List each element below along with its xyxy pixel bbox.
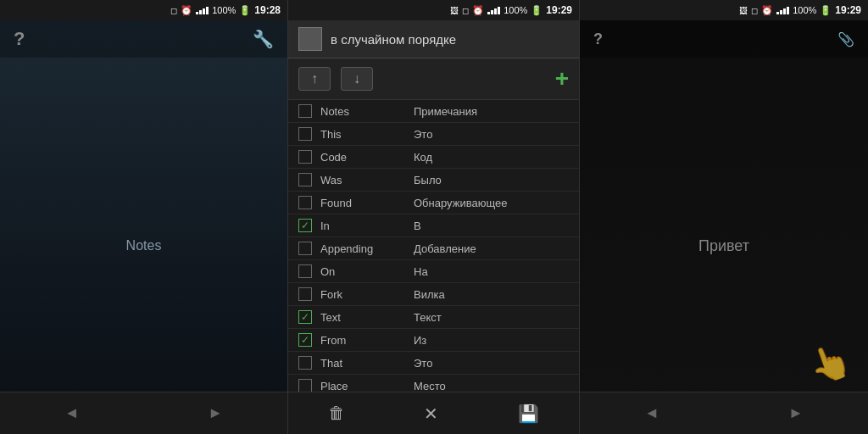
panel-detail: 🖼 ◻ ⏰ 100% 🔋 19:29 ? 📎 Привет 👆 ◄ ► <box>580 0 868 434</box>
item-label-en: Fork <box>320 288 414 301</box>
settings-icon[interactable]: 🔧 <box>253 29 274 49</box>
empty-state: Notes <box>0 58 287 434</box>
battery-text: 100% <box>212 5 236 15</box>
list-item: PlaceМесто <box>288 375 579 392</box>
item-label-en: This <box>320 128 414 141</box>
sort-down-button[interactable]: ↓ <box>341 67 373 91</box>
alarm-icon-2: ⏰ <box>472 5 484 16</box>
battery-icon: 🔋 <box>239 5 251 16</box>
item-label-ru: Обнаруживающее <box>414 197 507 209</box>
bottom-actions: 🗑 ✕ 💾 <box>288 392 579 434</box>
item-label-ru: Код <box>414 151 432 164</box>
header-title: в случайном порядке <box>331 32 456 47</box>
item-checkbox[interactable] <box>298 219 312 232</box>
list-item: ForkВилка <box>288 283 579 306</box>
greeting-text: Привет <box>698 237 749 255</box>
list-item: AppendingДобавление <box>288 237 579 260</box>
back-button-1[interactable]: ◄ <box>47 398 97 429</box>
list-item: ThisЭто <box>288 123 579 146</box>
item-checkbox[interactable] <box>298 127 312 141</box>
alarm-icon-3: ⏰ <box>761 5 773 16</box>
list-item: CodeКод <box>288 146 579 169</box>
add-item-button[interactable]: + <box>555 65 569 92</box>
forward-button-1[interactable]: ► <box>191 398 240 429</box>
signal-icon-2 <box>487 7 500 14</box>
list-header: в случайном порядке <box>288 20 579 58</box>
forward-button-3[interactable]: ► <box>771 398 821 429</box>
item-checkbox[interactable] <box>298 356 312 370</box>
list-item: FoundОбнаруживающее <box>288 192 579 214</box>
item-label-ru: В <box>414 220 421 232</box>
item-label-en: Code <box>320 151 414 164</box>
item-checkbox[interactable] <box>298 310 312 324</box>
close-button[interactable]: ✕ <box>410 397 452 431</box>
battery-text-2: 100% <box>504 5 527 15</box>
item-label-en: Found <box>320 197 414 209</box>
time-display: 19:28 <box>254 4 281 16</box>
notes-empty-label: Notes <box>126 238 162 253</box>
main-toolbar: ? 🔧 <box>0 20 287 58</box>
list-item: WasБыло <box>288 169 579 192</box>
delete-button[interactable]: 🗑 <box>314 397 359 430</box>
status-bar-1: ◻ ⏰ 100% 🔋 19:28 <box>0 0 287 20</box>
panel-list-editor: 🖼 ◻ ⏰ 100% 🔋 19:29 в случайном порядке ↑… <box>288 0 580 434</box>
panel-notes-main: ◻ ⏰ 100% 🔋 19:28 ? 🔧 Notes ◄ ► <box>0 0 288 434</box>
item-checkbox[interactable] <box>298 150 312 164</box>
item-label-en: Text <box>320 311 414 324</box>
item-checkbox[interactable] <box>298 333 312 347</box>
sim-icon: ◻ <box>170 6 177 15</box>
item-label-en: Place <box>320 380 414 392</box>
image-icon: 🖼 <box>450 6 459 15</box>
bottom-nav-1: ◄ ► <box>0 392 287 434</box>
item-checkbox[interactable] <box>298 264 312 278</box>
items-list: NotesПримечанияThisЭтоCodeКодWasБылоFoun… <box>288 100 579 392</box>
image-icon-3: 🖼 <box>739 6 748 15</box>
item-checkbox[interactable] <box>298 242 312 255</box>
list-item: NotesПримечания <box>288 100 579 123</box>
list-item: ThatЭто <box>288 352 579 375</box>
item-label-en: Was <box>320 174 414 186</box>
bottom-nav-3: ◄ ► <box>580 392 868 434</box>
item-label-ru: На <box>414 265 428 278</box>
item-label-ru: Вилка <box>414 288 445 301</box>
item-checkbox[interactable] <box>298 104 312 118</box>
sim-icon-2: ◻ <box>462 6 469 15</box>
signal-icon <box>196 7 209 14</box>
alarm-icon: ⏰ <box>181 5 192 16</box>
item-checkbox[interactable] <box>298 196 312 209</box>
item-label-ru: Текст <box>414 311 442 324</box>
battery-icon-3: 🔋 <box>820 5 832 16</box>
sort-bar: ↑ ↓ + <box>288 58 579 100</box>
list-item: OnНа <box>288 260 579 283</box>
item-label-en: On <box>320 265 414 278</box>
time-display-2: 19:29 <box>546 4 572 16</box>
paperclip-icon[interactable]: 📎 <box>837 31 854 47</box>
item-label-en: That <box>320 357 414 370</box>
help-icon[interactable]: ? <box>14 28 25 50</box>
item-checkbox[interactable] <box>298 287 312 301</box>
list-item: TextТекст <box>288 306 579 329</box>
back-button-3[interactable]: ◄ <box>627 398 676 429</box>
detail-toolbar: ? 📎 <box>580 20 868 58</box>
save-button[interactable]: 💾 <box>504 397 553 431</box>
item-label-ru: Из <box>414 334 426 347</box>
list-item: FromИз <box>288 329 579 352</box>
battery-text-3: 100% <box>793 5 816 15</box>
detail-content: Привет 👆 <box>580 58 868 434</box>
battery-icon-2: 🔋 <box>531 5 542 16</box>
signal-icon-3 <box>776 7 789 14</box>
item-label-ru: Это <box>414 128 432 141</box>
item-label-en: Appending <box>320 242 414 255</box>
list-item: InВ <box>288 214 579 237</box>
item-label-ru: Место <box>414 380 446 392</box>
item-label-en: From <box>320 334 414 347</box>
status-bar-3: 🖼 ◻ ⏰ 100% 🔋 19:29 <box>580 0 868 20</box>
item-label-en: Notes <box>320 105 414 118</box>
item-label-ru: Это <box>414 357 432 370</box>
item-checkbox[interactable] <box>298 379 312 392</box>
help-icon-3[interactable]: ? <box>593 31 603 48</box>
header-checkbox[interactable] <box>298 27 322 51</box>
sort-up-button[interactable]: ↑ <box>298 67 331 91</box>
item-label-ru: Добавление <box>414 242 476 255</box>
item-checkbox[interactable] <box>298 173 312 186</box>
